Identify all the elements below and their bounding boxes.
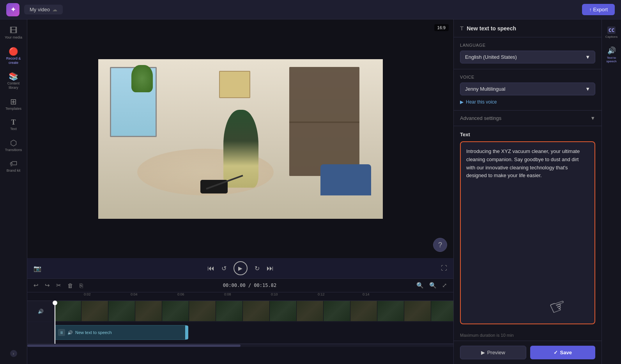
tts-tab-button[interactable]: 🔊 Text to speech [603,43,620,66]
tts-pause-icon[interactable]: ⏸ [58,329,65,336]
language-label: Language [460,43,595,47]
sidebar-label-text: Text [10,127,17,131]
max-duration-note: Maximum duration is 10 min [454,330,602,341]
transitions-icon: ⬡ [10,139,17,147]
sidebar-item-your-media[interactable]: 🎞 Your media [2,23,26,43]
clip-thumb-5 [162,301,189,321]
panel-footer: ▶ Preview ✓ Save [454,341,602,364]
rewind-button[interactable]: ↺ [221,265,226,272]
help-button[interactable]: ? [433,238,447,252]
tts-end-handle[interactable] [185,325,188,339]
tts-tab-label: Text to speech [605,56,619,63]
current-time: 00:00.00 [223,283,246,288]
fullscreen-button[interactable]: ⛶ [441,265,447,272]
wall-painting [219,71,250,98]
topbar: ✦ My video ☁ ↑ Export [0,0,621,19]
record-create-icon: 🔴 [9,47,18,55]
captions-tab-button[interactable]: CC Captions [603,23,620,42]
sidebar: 🎞 Your media 🔴 Record & create 📚 Content… [0,19,27,364]
couch [320,164,371,195]
captions-icon: CC [607,26,616,34]
skip-to-end-button[interactable]: ⏭ [267,264,274,273]
export-button[interactable]: ↑ Export [582,4,615,15]
voice-section: Voice Jenny Multilingual ▼ ▶ Hear this v… [454,69,602,111]
redo-button[interactable]: ↪ [43,281,51,290]
aspect-ratio-badge: 16:9 [434,24,449,31]
playback-bar: 📷 ⏮ ↺ ▶ ↻ ⏭ ⛶ [27,258,453,278]
templates-icon: ⊞ [10,98,17,106]
timeline-tracks: 🔊 [27,301,453,344]
ruler-mark-4: 0:10 [271,292,278,296]
project-title[interactable]: My video ☁ [24,5,63,14]
clip-thumb-7 [216,301,242,321]
language-value: English (United States) [465,54,517,60]
preview-button[interactable]: ▶ Preview [460,346,526,359]
brand-kit-icon: 🏷 [10,160,18,167]
sidebar-item-content-library[interactable]: 📚 Content library [2,69,26,93]
content-library-icon: 📚 [9,72,18,80]
voice-section-label: Voice [460,75,595,79]
zoom-out-button[interactable]: 🔍 [415,281,425,290]
sidebar-label-content-library: Content library [3,81,24,90]
tts-clip[interactable]: ⏸ 🔊 New text to speech [55,325,187,340]
delete-button[interactable]: 🗑 [66,281,75,290]
tts-track-handle [27,322,55,343]
fast-forward-button[interactable]: ↻ [255,265,260,272]
total-time: 00:15.82 [254,283,276,288]
hear-voice-play-icon: ▶ [460,99,464,105]
clip-thumb-15 [431,301,453,321]
sidebar-item-templates[interactable]: ⊞ Templates [2,95,26,114]
tts-track-row: ⏸ 🔊 New text to speech [27,322,453,344]
timeline-scrollbar[interactable] [27,344,453,347]
clip-thumb-4 [135,301,162,321]
text-section-label: Text [460,132,595,137]
timeline-content: 0:02 0:04 0:06 0:08 0:10 0:12 0:14 🔊 [27,292,453,364]
hear-voice-label: Hear this voice [466,99,497,105]
ruler-mark-0: 0:02 [84,292,91,296]
hear-voice-button[interactable]: ▶ Hear this voice [460,99,595,105]
sidebar-item-brand-kit[interactable]: 🏷 Brand kit [2,157,26,176]
save-label: Save [560,350,572,355]
video-track-clips [55,301,453,322]
voice-dropdown[interactable]: Jenny Multilingual ▼ [460,83,595,95]
tts-track-clips[interactable]: ⏸ 🔊 New text to speech [55,322,453,343]
clip-thumb-13 [377,301,404,321]
video-track-handle: 🔊 [27,301,55,322]
advanced-settings-row[interactable]: Advanced settings ▼ [454,111,602,126]
save-status-icon: ☁ [52,7,57,12]
sidebar-item-transitions[interactable]: ⬡ Transitions [2,136,26,155]
fit-timeline-button[interactable]: ⤢ [441,281,449,290]
voice-value: Jenny Multilingual [465,86,505,92]
clip-thumb-8 [243,301,269,321]
language-dropdown[interactable]: English (United States) ▼ [460,51,595,63]
video-scene [98,59,383,219]
timeline-time-display: 00:00.00 / 00:15.82 [223,283,276,288]
advanced-settings-label: Advanced settings [460,115,501,121]
sidebar-label-your-media: Your media [5,35,22,40]
sidebar-collapse-button[interactable]: › [10,350,17,357]
main-layout: 🎞 Your media 🔴 Record & create 📚 Content… [0,19,621,364]
cut-button[interactable]: ✂ [55,281,63,290]
text-textarea[interactable] [461,142,594,324]
zoom-in-button[interactable]: 🔍 [428,281,438,290]
ruler-mark-5: 0:12 [318,292,325,296]
timeline-area: ↩ ↪ ✂ 🗑 ⎘ 00:00.00 / 00:15.82 🔍 🔍 ⤢ [27,278,453,364]
skip-to-start-button[interactable]: ⏮ [207,264,214,273]
ruler-mark-3: 0:08 [224,292,231,296]
play-pause-button[interactable]: ▶ [234,261,248,275]
duplicate-button[interactable]: ⎘ [78,281,85,290]
panel-header: T New text to speech [454,19,602,37]
save-button[interactable]: ✓ Save [530,346,596,359]
undo-button[interactable]: ↩ [32,281,40,290]
tts-track-label: New text to speech [75,330,112,335]
shelf-unit [289,67,359,176]
camera-toggle-button[interactable]: 📷 [34,265,41,272]
voice-dropdown-chevron: ▼ [585,86,590,92]
sidebar-item-record-create[interactable]: 🔴 Record & create [2,44,26,68]
sidebar-label-transitions: Transitions [5,148,22,152]
sidebar-item-text[interactable]: T Text [2,116,26,134]
scrollbar-thumb[interactable] [27,345,241,347]
text-textarea-wrapper [460,141,595,324]
text-section: Text [454,126,602,330]
clip-thumb-12 [350,301,377,321]
